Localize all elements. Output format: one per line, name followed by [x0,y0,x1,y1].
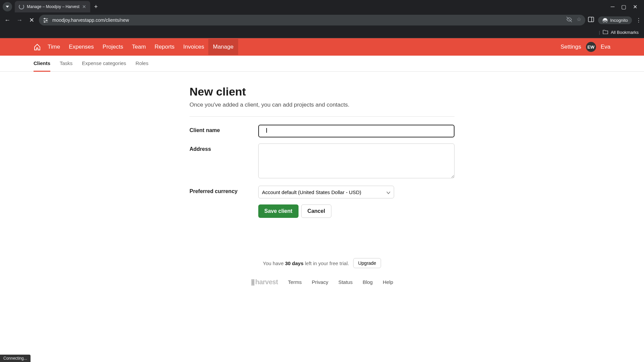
subnav-roles[interactable]: Roles [136,56,148,71]
form-buttons: Save client Cancel [258,204,454,218]
header-right: Settings EW Eva [560,42,610,52]
upgrade-button[interactable]: Upgrade [353,258,381,268]
folder-icon [603,29,608,35]
subnav-clients[interactable]: Clients [34,56,50,72]
bookmarks-bar: | All Bookmarks [0,27,644,38]
chevron-down-icon [386,189,390,195]
main-content: New client Once you've added a client, y… [190,72,454,231]
new-tab-button[interactable]: + [94,3,98,10]
loading-spinner-icon [19,4,24,9]
stop-reload-button[interactable]: ✕ [27,15,36,25]
subnav-expense-categories[interactable]: Expense categories [82,56,126,71]
manage-subnav: Clients Tasks Expense categories Roles [0,56,644,72]
address-label: Address [190,143,258,180]
address-input[interactable] [258,143,454,178]
back-button[interactable]: ← [3,15,12,25]
footer-links: ||ı|| harvest Terms Privacy Status Blog … [0,278,644,286]
url-text: moodjoy.harvestapp.com/clients/new [52,17,129,23]
footer-terms[interactable]: Terms [288,279,302,285]
eye-off-icon[interactable] [566,16,573,24]
page-subtitle: Once you've added a client, you can add … [190,102,454,108]
footer-help[interactable]: Help [383,279,393,285]
main-nav: Time Expenses Projects Team Reports Invo… [48,39,233,55]
window-controls: ─ ▢ ✕ [611,4,641,10]
home-icon[interactable] [34,43,41,51]
svg-point-9 [606,21,607,22]
footer-status[interactable]: Status [338,279,353,285]
nav-manage[interactable]: Manage [208,39,238,55]
currency-selected-value: Account default (United States Dollar - … [262,189,361,195]
nav-reports[interactable]: Reports [155,39,175,55]
site-info-icon[interactable] [43,17,48,23]
address-bar[interactable]: moodjoy.harvestapp.com/clients/new ☆ [39,15,585,25]
maximize-icon[interactable]: ▢ [621,4,626,10]
tune-icon [43,17,48,23]
close-tab-icon[interactable]: ✕ [82,4,86,9]
address-bar-row: ← → ✕ moodjoy.harvestapp.com/clients/new… [0,13,644,27]
tab-bar: Manage – Moodjoy – Harvest ✕ + ─ ▢ ✕ [0,0,644,13]
forward-button[interactable]: → [15,15,24,25]
nav-invoices[interactable]: Invoices [183,39,204,55]
user-name[interactable]: Eva [601,44,610,50]
currency-select[interactable]: Account default (United States Dollar - … [258,186,394,198]
side-panel-icon[interactable] [588,16,594,24]
nav-projects[interactable]: Projects [103,39,123,55]
chevron-down-icon [6,6,9,8]
harvest-logo[interactable]: ||ı|| harvest [251,278,278,286]
page-title: New client [190,85,454,98]
app-header: Time Expenses Projects Team Reports Invo… [0,38,644,56]
close-window-icon[interactable]: ✕ [633,4,637,10]
footer: You have 30 days left in your free trial… [0,258,644,299]
incognito-icon [602,18,608,22]
user-avatar[interactable]: EW [586,42,596,52]
footer-blog[interactable]: Blog [363,279,373,285]
minimize-icon[interactable]: ─ [611,4,614,10]
all-bookmarks-link[interactable]: All Bookmarks [611,30,639,35]
bookmark-star-icon[interactable]: ☆ [577,16,581,24]
form-row-currency: Preferred currency Account default (Unit… [190,186,454,198]
incognito-badge[interactable]: Incognito [598,16,632,24]
trial-notice: You have 30 days left in your free trial… [0,258,644,268]
tab-title: Manage – Moodjoy – Harvest [27,4,79,9]
client-name-input[interactable] [258,125,454,137]
settings-link[interactable]: Settings [560,44,581,50]
svg-point-3 [44,18,45,19]
cancel-button[interactable]: Cancel [301,204,331,218]
svg-point-4 [46,20,47,21]
form-row-client-name: Client name I [190,125,454,137]
svg-point-5 [44,21,45,23]
currency-label: Preferred currency [190,186,258,198]
incognito-label: Incognito [610,18,628,23]
trial-text: You have 30 days left in your free trial… [263,260,349,266]
save-client-button[interactable]: Save client [258,204,299,218]
svg-rect-6 [588,17,594,22]
svg-point-8 [603,21,605,22]
client-name-label: Client name [190,125,258,137]
browser-tab[interactable]: Manage – Moodjoy – Harvest ✕ [15,1,90,12]
tab-search-dropdown[interactable] [3,2,12,11]
browser-chrome: Manage – Moodjoy – Harvest ✕ + ─ ▢ ✕ ← →… [0,0,644,38]
nav-time[interactable]: Time [48,39,60,55]
form-row-address: Address [190,143,454,180]
kebab-menu-icon[interactable]: ⋮ [636,17,641,23]
nav-team[interactable]: Team [132,39,146,55]
nav-expenses[interactable]: Expenses [69,39,94,55]
footer-privacy[interactable]: Privacy [312,279,328,285]
subnav-tasks[interactable]: Tasks [60,56,72,71]
divider [190,116,454,117]
